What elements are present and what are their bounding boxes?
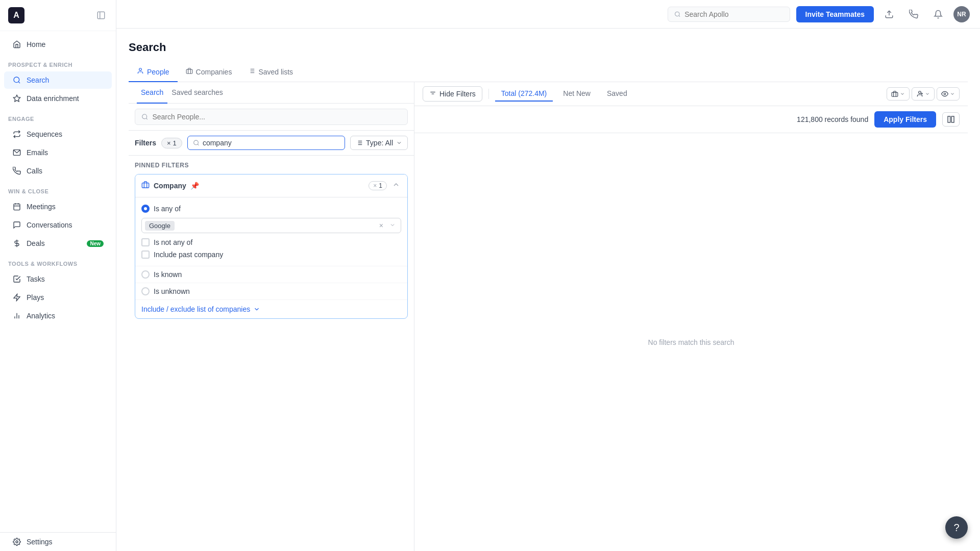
collapse-button[interactable] (391, 180, 401, 192)
sidebar-item-data-enrichment[interactable]: Data enrichment (4, 90, 112, 107)
is-known-radio[interactable] (141, 270, 150, 279)
view-tab-total[interactable]: Total (272.4M) (495, 86, 553, 102)
svg-line-30 (198, 144, 199, 145)
filter-search-input[interactable] (203, 139, 339, 147)
svg-line-17 (678, 15, 679, 16)
sidebar-item-label: Conversations (27, 221, 72, 229)
is-unknown-label: Is unknown (154, 287, 190, 295)
deals-badge: New (87, 240, 104, 247)
page-tabs: People Companies Saved lists (129, 62, 968, 82)
include-past-checkbox[interactable] (141, 251, 150, 259)
is-unknown-radio[interactable] (141, 287, 150, 295)
filter-count-num: 1 (173, 139, 177, 147)
search-apollo-input[interactable] (684, 10, 783, 18)
page-title: Search (129, 41, 968, 54)
is-known-row[interactable]: Is known (135, 266, 407, 283)
sidebar-item-label: Calls (27, 167, 42, 175)
sidebar-collapse-button[interactable] (94, 9, 108, 22)
eye-icon (941, 90, 948, 97)
svg-point-19 (139, 68, 142, 71)
tab-people[interactable]: People (129, 62, 178, 82)
sidebar-item-label: Analytics (27, 312, 55, 320)
chevron-down-tag-icon (389, 222, 396, 228)
is-unknown-row[interactable]: Is unknown (135, 283, 407, 300)
left-tab-saved-searches[interactable]: Saved searches (167, 82, 227, 104)
search-content-area: Search Saved searches Filters × 1 (129, 82, 968, 551)
pinned-filters-label: Pinned Filters (135, 162, 408, 169)
page-content: Search People Companies Saved lists (116, 29, 980, 551)
sidebar-item-label: Meetings (27, 203, 56, 211)
tag-clear-button[interactable]: × (377, 220, 385, 231)
tag-value: Google (149, 222, 170, 230)
include-exclude-button[interactable]: Include / exclude list of companies (135, 300, 407, 318)
sparkle-icon (12, 94, 21, 103)
view-tab-saved[interactable]: Saved (601, 86, 633, 102)
search-apollo-box[interactable] (668, 7, 790, 22)
app-logo[interactable]: A (8, 7, 24, 23)
hide-filters-label: Hide Filters (439, 90, 476, 98)
email-icon (12, 148, 21, 157)
filter-panels-area: Pinned Filters Company 📌 (129, 156, 414, 551)
user-avatar[interactable]: NR (953, 6, 970, 22)
is-any-of-option[interactable]: Is any of (141, 203, 401, 215)
sidebar-item-conversations[interactable]: Conversations (4, 216, 112, 234)
sidebar-item-emails[interactable]: Emails (4, 144, 112, 161)
sidebar-item-analytics[interactable]: Analytics (4, 307, 112, 324)
tab-companies[interactable]: Companies (178, 62, 240, 82)
columns-button[interactable] (942, 112, 960, 127)
lightning-icon (12, 293, 21, 302)
is-not-any-of-option[interactable]: Is not any of (141, 236, 401, 248)
filter-card-count-badge[interactable]: × 1 (369, 181, 387, 190)
left-tab-search[interactable]: Search (137, 82, 167, 104)
phone-icon-button[interactable] (904, 5, 923, 23)
is-not-any-of-label: Is not any of (154, 238, 192, 246)
is-not-any-of-checkbox[interactable] (141, 238, 150, 246)
sidebar-item-calls[interactable]: Calls (4, 162, 112, 180)
phone-icon (12, 166, 21, 176)
people-search-input-wrapper[interactable] (135, 109, 408, 125)
sidebar-item-home[interactable]: Home (4, 36, 112, 53)
people-search-box (129, 104, 414, 131)
sidebar-item-plays[interactable]: Plays (4, 289, 112, 306)
sliders-icon (429, 90, 436, 97)
sidebar-item-deals[interactable]: Deals New (4, 235, 112, 252)
sidebar-item-sequences[interactable]: Sequences (4, 126, 112, 143)
chevron-down-eye-icon (950, 91, 955, 96)
include-past-option[interactable]: Include past company (141, 248, 401, 261)
tag-dropdown-button[interactable] (387, 220, 398, 231)
filter-search-box[interactable] (187, 136, 345, 150)
pin-icon: 📌 (190, 182, 199, 190)
search-icon (12, 76, 21, 85)
help-button[interactable]: ? (945, 516, 968, 539)
type-dropdown[interactable]: Type: All (350, 136, 408, 150)
calendar-icon (12, 202, 21, 211)
hide-filters-button[interactable]: Hide Filters (423, 86, 482, 102)
type-dropdown-label: Type: All (366, 139, 393, 147)
people-search-field[interactable] (152, 113, 401, 121)
sidebar-section-engage: Engage (0, 108, 116, 125)
briefcase-toolbar-button[interactable] (887, 87, 910, 101)
filter-card-header: Company 📌 × 1 (135, 174, 407, 197)
view-tab-net-new[interactable]: Net New (557, 86, 597, 102)
right-panel: Hide Filters Total (272.4M) Net New Save… (414, 82, 968, 551)
chevron-down-include-icon (253, 306, 260, 313)
apply-filters-button[interactable]: Apply Filters (874, 111, 936, 128)
company-card-icon (141, 181, 150, 191)
sidebar-item-tasks[interactable]: Tasks (4, 270, 112, 288)
left-panel: Search Saved searches Filters × 1 (129, 82, 414, 551)
filter-count-badge[interactable]: × 1 (161, 138, 182, 148)
add-person-toolbar-button[interactable] (912, 87, 935, 101)
sidebar-item-search[interactable]: Search (4, 71, 112, 89)
chat-icon (12, 220, 21, 230)
tab-saved-lists[interactable]: Saved lists (240, 62, 301, 82)
eye-toolbar-button[interactable] (937, 87, 960, 101)
tab-saved-lists-label: Saved lists (258, 68, 293, 76)
is-any-of-radio[interactable] (141, 205, 150, 213)
sidebar-logo: A (0, 0, 116, 31)
bell-icon-button[interactable] (929, 5, 947, 23)
invite-teammates-button[interactable]: Invite Teammates (796, 6, 874, 22)
sidebar-item-settings[interactable]: Settings (4, 533, 112, 550)
dollar-icon (12, 239, 21, 248)
sidebar-item-meetings[interactable]: Meetings (4, 198, 112, 215)
upload-icon-button[interactable] (880, 5, 898, 23)
